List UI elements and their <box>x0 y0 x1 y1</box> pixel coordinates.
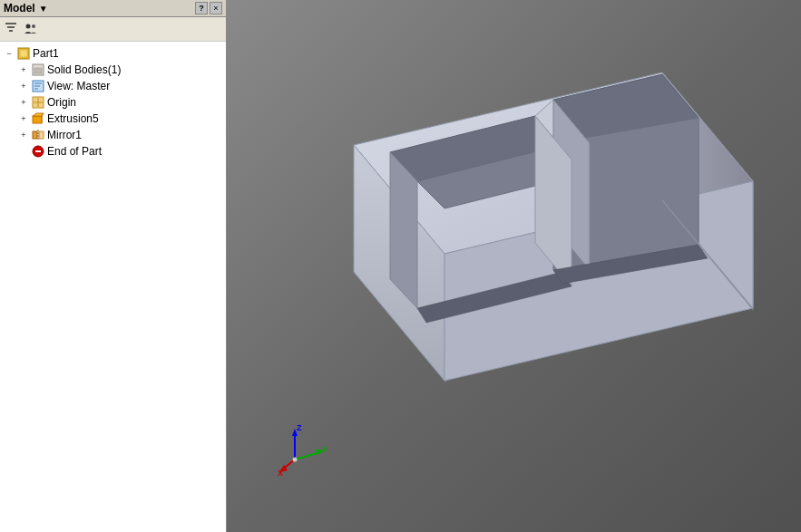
svg-text:Y: Y <box>322 445 327 454</box>
tree-item-solid-bodies[interactable]: + Solid Bodies(1) <box>0 62 226 78</box>
tree-item-end-of-part[interactable]: End of Part <box>0 143 226 160</box>
left-panel: Model ▼ ? × <box>0 0 227 532</box>
tree-item-extrusion5[interactable]: + Extrusion5 <box>0 111 226 127</box>
svg-point-3 <box>26 24 31 29</box>
icon-end-of-part <box>31 144 45 159</box>
filter-icon[interactable] <box>4 20 18 34</box>
people-icon[interactable] <box>22 20 40 38</box>
icon-origin <box>31 95 45 110</box>
main-container: Model ▼ ? × <box>0 0 801 532</box>
expander-origin[interactable]: + <box>16 95 31 110</box>
svg-point-52 <box>293 458 298 462</box>
tree-container: − Part1 + Sol <box>0 42 226 532</box>
tree-item-origin[interactable]: + Origin <box>0 94 226 111</box>
svg-text:X: X <box>278 469 283 478</box>
panel-title-arrow[interactable]: ▼ <box>39 4 48 14</box>
svg-text:Z: Z <box>297 423 302 432</box>
icon-view-master <box>31 79 45 93</box>
icon-solid-bodies <box>31 63 45 77</box>
icon-extrusion5 <box>31 111 45 126</box>
svg-rect-16 <box>33 116 42 123</box>
label-solid-bodies: Solid Bodies(1) <box>47 63 121 76</box>
svg-rect-20 <box>33 131 37 139</box>
label-view-master: View: Master <box>47 80 110 92</box>
svg-line-49 <box>295 452 320 459</box>
label-part1: Part1 <box>33 47 59 60</box>
tree-item-view-master[interactable]: + View: Master <box>0 78 226 94</box>
expander-end-of-part <box>16 144 31 159</box>
svg-rect-6 <box>20 50 27 57</box>
icon-part1 <box>16 46 31 61</box>
panel-title: Model ▼ <box>4 2 48 15</box>
tree-item-mirror1[interactable]: + Mirror1 <box>0 127 226 143</box>
axis-indicator: Z X Y <box>277 423 331 478</box>
label-mirror1: Mirror1 <box>47 129 82 141</box>
tree-item-part1[interactable]: − Part1 <box>0 45 226 62</box>
panel-controls: ? × <box>195 2 222 15</box>
svg-rect-21 <box>39 131 44 139</box>
close-button[interactable]: × <box>210 2 222 15</box>
label-end-of-part: End of Part <box>47 145 102 158</box>
panel-title-text: Model <box>4 2 35 15</box>
expander-extrusion5[interactable]: + <box>16 111 31 126</box>
expander-mirror1[interactable]: + <box>16 128 31 142</box>
label-origin: Origin <box>47 96 76 109</box>
icon-mirror1 <box>31 128 45 142</box>
svg-rect-8 <box>34 68 42 73</box>
help-button[interactable]: ? <box>195 2 208 15</box>
label-extrusion5: Extrusion5 <box>47 112 99 125</box>
svg-point-4 <box>32 24 35 28</box>
panel-header: Model ▼ ? × <box>0 0 226 17</box>
expander-solid-bodies[interactable]: + <box>16 63 31 77</box>
toolbar-row <box>0 17 226 42</box>
viewport[interactable]: Z X Y <box>227 0 801 532</box>
expander-view-master[interactable]: + <box>16 79 31 93</box>
expander-part1[interactable]: − <box>2 46 16 61</box>
